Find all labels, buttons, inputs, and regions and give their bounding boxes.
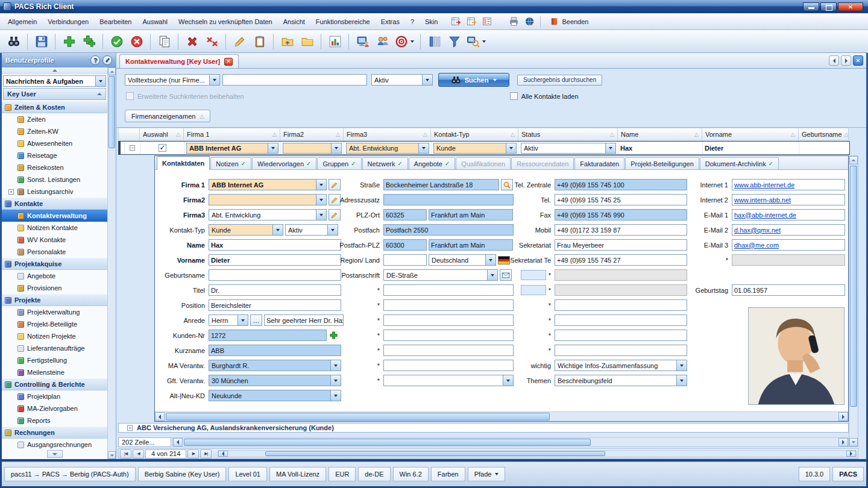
folder-open-button[interactable] bbox=[278, 32, 297, 51]
chevron-down-icon[interactable] bbox=[316, 210, 326, 220]
collapse-icon[interactable] bbox=[97, 93, 102, 95]
column-header-auswahl[interactable]: Auswahl△ bbox=[140, 128, 184, 141]
field[interactable] bbox=[383, 330, 514, 341]
combo-field[interactable]: Beschreibungsfeld bbox=[555, 375, 687, 386]
combo-field[interactable]: Deutschland bbox=[429, 254, 496, 266]
scroll-up-icon[interactable] bbox=[108, 67, 116, 75]
field[interactable] bbox=[209, 269, 341, 281]
scroll-down-icon[interactable] bbox=[849, 438, 858, 446]
menu-extras[interactable]: Extras bbox=[376, 16, 405, 27]
combo-field[interactable]: Abt. Entwicklung bbox=[209, 209, 327, 221]
sort-icon[interactable]: △ bbox=[844, 131, 849, 137]
scroll-right-icon[interactable] bbox=[838, 412, 848, 421]
pfade-button[interactable]: Pfade bbox=[468, 467, 506, 481]
field[interactable]: 1272 bbox=[209, 330, 327, 341]
tab-close-icon[interactable]: ✕ bbox=[224, 58, 233, 66]
field[interactable]: 01.06.1957 bbox=[732, 284, 845, 296]
chevron-down-icon[interactable] bbox=[410, 40, 414, 43]
hyperlink[interactable]: www.abb-internet.de bbox=[734, 181, 794, 189]
sidebar-item-kontaktverwaltung[interactable]: Kontaktverwaltung bbox=[2, 210, 107, 222]
funnel-button[interactable] bbox=[445, 32, 464, 51]
field[interactable]: dhax@me.com bbox=[732, 239, 845, 251]
field[interactable] bbox=[383, 194, 514, 205]
tab-kontaktdaten[interactable]: Kontaktdaten bbox=[157, 156, 210, 170]
menu-ansicht[interactable]: Ansicht bbox=[278, 16, 310, 27]
help-icon[interactable]: ? bbox=[90, 55, 100, 65]
field[interactable]: Postfach 2550 bbox=[383, 224, 514, 236]
tab-netzwerk[interactable]: Netzwerk✓ bbox=[362, 157, 408, 169]
scroll-up-icon[interactable] bbox=[849, 156, 858, 164]
row-firma2-combo[interactable] bbox=[283, 143, 342, 154]
chevron-down-icon[interactable] bbox=[268, 143, 278, 153]
sort-icon[interactable]: △ bbox=[200, 113, 204, 119]
field[interactable]: d.hax@qmx.net bbox=[732, 224, 845, 236]
search-scope-select[interactable]: Volltextsuche (nur Firme... bbox=[125, 74, 220, 86]
field[interactable]: Bereichsleiter bbox=[209, 299, 341, 311]
last-record-button[interactable]: ▶| bbox=[200, 449, 212, 458]
column-header-firma-1[interactable]: Firma 1△ bbox=[184, 128, 280, 141]
sidebar-item-personalakte[interactable]: Personalakte bbox=[2, 246, 107, 258]
grid-export-icon[interactable] bbox=[449, 15, 462, 28]
scroll-down-icon[interactable] bbox=[108, 451, 116, 459]
close-button[interactable] bbox=[838, 2, 863, 11]
sort-icon[interactable]: △ bbox=[610, 131, 614, 137]
tab-scroll-right-button[interactable] bbox=[841, 55, 851, 66]
sidebar-item-reisekosten[interactable]: Reisekosten bbox=[2, 161, 107, 174]
minimize-button[interactable] bbox=[803, 2, 819, 11]
field[interactable] bbox=[383, 254, 427, 266]
navigator-scrollbar[interactable] bbox=[218, 450, 857, 457]
chevron-down-icon[interactable] bbox=[676, 360, 687, 371]
field[interactable]: Dieter bbox=[209, 254, 341, 266]
tab-scroll-left-button[interactable] bbox=[829, 55, 839, 66]
field[interactable]: +49 (0)69 155 745 990 bbox=[555, 209, 687, 221]
chevron-down-icon[interactable] bbox=[418, 143, 429, 153]
sidebar-item-sonst-leistungen[interactable]: Sonst. Leistungen bbox=[2, 174, 107, 186]
ellipsis-button[interactable]: … bbox=[250, 314, 262, 326]
scrollbar-thumb[interactable] bbox=[850, 166, 857, 407]
search-input[interactable] bbox=[222, 74, 367, 86]
sidebar-item-zeiten[interactable]: Zeiten bbox=[2, 113, 107, 125]
chevron-down-icon[interactable] bbox=[330, 390, 341, 401]
sidebar-item-meilensteine[interactable]: Meilensteine bbox=[2, 366, 107, 378]
combo-field[interactable]: DE-Straße bbox=[383, 269, 498, 281]
cancel-button[interactable] bbox=[127, 32, 146, 51]
combo-field[interactable]: Kunde bbox=[209, 224, 283, 236]
sidebar-item-ausgangsrechnungen[interactable]: Ausgangsrechnungen bbox=[2, 439, 107, 451]
sidebar-item-notizen-kontakte[interactable]: Notizen Kontakte bbox=[2, 222, 107, 234]
field[interactable] bbox=[555, 314, 687, 326]
combo-field[interactable]: Burghardt R. bbox=[209, 360, 341, 371]
sidebar-group-controlling-berichte[interactable]: Controlling & Berichte bbox=[2, 378, 107, 390]
next-record-button[interactable]: ▶ bbox=[187, 449, 199, 458]
chevron-down-icon[interactable] bbox=[331, 143, 341, 153]
menu-verbindungen[interactable]: Verbindungen bbox=[42, 16, 94, 27]
field[interactable]: Hax bbox=[209, 239, 341, 251]
chevron-down-icon[interactable] bbox=[676, 375, 687, 386]
columns-button[interactable] bbox=[425, 32, 444, 51]
row-checkbox[interactable] bbox=[159, 144, 166, 152]
hyperlink[interactable]: hax@abb-internet.de bbox=[734, 211, 796, 219]
chevron-down-icon[interactable] bbox=[95, 76, 105, 86]
field[interactable]: Sehr geehrter Herr Dr. Hax bbox=[264, 314, 344, 326]
printer-icon[interactable] bbox=[507, 15, 520, 28]
pin-icon[interactable] bbox=[102, 55, 112, 65]
group-by-firmenanzeigenamen-button[interactable]: Firmenanzeigenamen △ bbox=[125, 110, 210, 122]
previous-record-button[interactable]: ◀ bbox=[133, 449, 144, 458]
globe-icon[interactable] bbox=[523, 15, 536, 28]
combo-field[interactable] bbox=[383, 375, 514, 386]
field[interactable] bbox=[555, 269, 687, 281]
status-filter-select[interactable]: Aktiv bbox=[371, 74, 433, 86]
sidebar-item-ma-zielvorgaben[interactable]: MA-Zielvorgaben bbox=[2, 402, 107, 414]
sort-icon[interactable]: △ bbox=[791, 131, 795, 137]
scroll-right-icon[interactable] bbox=[846, 451, 856, 457]
field[interactable] bbox=[383, 314, 514, 326]
menu-skin[interactable]: Skin bbox=[420, 16, 443, 27]
confirm-button[interactable] bbox=[107, 32, 126, 51]
tab-close-all-button[interactable]: ✕ bbox=[853, 55, 863, 66]
edit-button[interactable] bbox=[230, 32, 249, 51]
chevron-down-icon[interactable] bbox=[316, 195, 326, 205]
scroll-left-icon[interactable] bbox=[173, 438, 183, 446]
sidebar-item-angebote[interactable]: Angebote bbox=[2, 270, 107, 282]
grid-row-abc-versicherung[interactable]: + ABC Versicherung AG, Auslandskrankenve… bbox=[118, 423, 849, 433]
combo-field[interactable]: ABB Internet AG bbox=[209, 179, 327, 190]
workstation-button[interactable] bbox=[353, 32, 372, 51]
